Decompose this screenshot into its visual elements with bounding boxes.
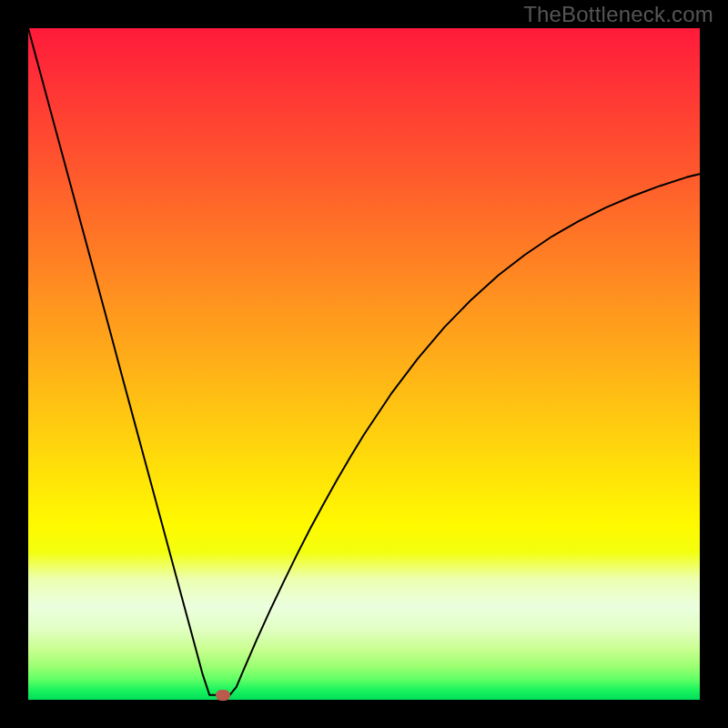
chart-stage: TheBottleneck.com bbox=[0, 0, 728, 728]
watermark-label: TheBottleneck.com bbox=[523, 2, 713, 27]
bottleneck-curve bbox=[28, 28, 700, 695]
curve-svg bbox=[28, 28, 700, 700]
plot-area bbox=[28, 28, 700, 700]
curve-minimum-marker bbox=[216, 690, 230, 701]
